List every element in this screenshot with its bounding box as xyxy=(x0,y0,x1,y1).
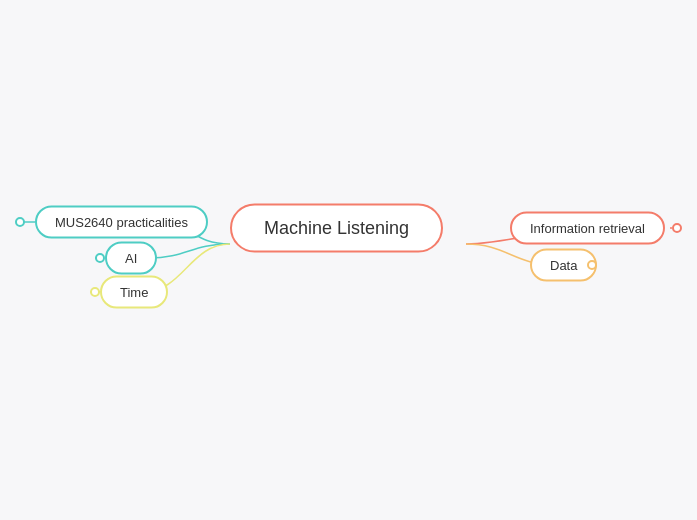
dot-left2 xyxy=(95,253,105,263)
left-node-1[interactable]: MUS2640 practicalities xyxy=(35,206,208,239)
dot-right1 xyxy=(672,223,682,233)
dot-left3 xyxy=(90,287,100,297)
right-node-1[interactable]: Information retrieval xyxy=(510,212,665,245)
dot-left1 xyxy=(15,217,25,227)
left-node-3[interactable]: Time xyxy=(100,276,168,309)
left-node-2[interactable]: AI xyxy=(105,242,157,275)
center-node[interactable]: Machine Listening xyxy=(230,204,443,253)
dot-right2 xyxy=(587,260,597,270)
